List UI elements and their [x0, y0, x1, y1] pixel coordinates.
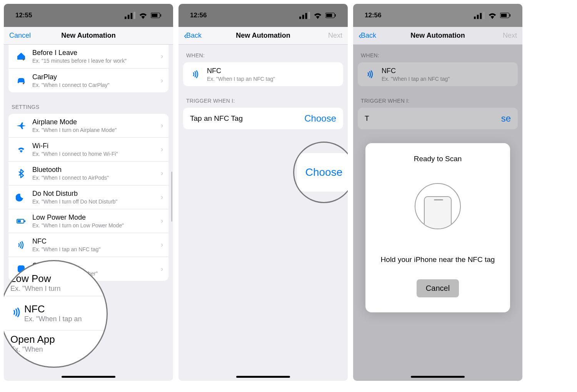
svg-rect-27 [510, 14, 510, 17]
status-bar: 12:55 [4, 4, 173, 27]
mag-nfc-title: NFC [24, 303, 82, 315]
svg-rect-13 [18, 265, 25, 272]
bluetooth-icon [14, 168, 28, 179]
row-title: NFC [32, 237, 161, 245]
chevron-right-icon: › [161, 52, 163, 60]
section-header-settings: SETTINGS [4, 92, 173, 114]
row-open-app[interactable]: Open App Ex. "When I open Weather" › [8, 257, 168, 281]
car-icon [14, 75, 28, 86]
status-time: 12:56 [365, 12, 381, 19]
choose-button[interactable]: Choose [304, 113, 336, 124]
airplane-icon [14, 120, 28, 131]
row-low-power-mode[interactable]: Low Power Mode Ex. "When I turn on Low P… [8, 209, 168, 233]
back-button[interactable]: ‹Back [359, 30, 376, 41]
scan-message: Hold your iPhone near the NFC tag [381, 255, 495, 264]
svg-rect-6 [160, 14, 161, 17]
next-button[interactable]: Next [328, 32, 342, 40]
row-bluetooth[interactable]: Bluetooth Ex. "When I connect to AirPods… [8, 162, 168, 185]
nfc-icon [363, 69, 378, 80]
nfc-icon [188, 69, 203, 80]
mag-open-sub: Ex. "When [10, 345, 103, 354]
row-sub: Ex. "When I tap an NFC tag" [207, 76, 338, 82]
section-trigger: TRIGGER WHEN I: [178, 86, 348, 108]
chevron-right-icon: › [161, 265, 163, 273]
svg-rect-11 [24, 220, 25, 222]
row-sub: Ex. "15 minutes before I leave for work" [32, 58, 161, 64]
row-sub: Ex. "When I turn off Do Not Disturb" [32, 199, 161, 205]
status-icons [474, 10, 511, 21]
tap-nfc-row: T se [358, 108, 518, 129]
svg-rect-3 [133, 12, 135, 19]
svg-rect-17 [308, 12, 310, 19]
mag-nfc-sub: Ex. "When I tap an [24, 315, 82, 323]
scan-graphic [415, 183, 461, 229]
group-top: Before I Leave Ex. "15 minutes before I … [8, 45, 168, 92]
status-time: 12:55 [15, 12, 32, 19]
app-icon [14, 264, 28, 274]
cancel-button[interactable]: Cancel [9, 32, 31, 40]
chevron-right-icon: › [161, 193, 163, 201]
row-title: Low Power Mode [32, 214, 161, 222]
svg-rect-5 [152, 14, 157, 17]
row-nfc[interactable]: NFC Ex. "When I tap an NFC tag" [183, 62, 343, 86]
chevron-right-icon: › [161, 217, 163, 225]
row-title: Airplane Mode [32, 118, 161, 126]
svg-rect-24 [483, 12, 485, 19]
next-button[interactable]: Next [503, 32, 517, 40]
svg-rect-20 [335, 14, 336, 17]
row-airplane-mode[interactable]: Airplane Mode Ex. "When I turn on Airpla… [8, 114, 168, 138]
row-title: CarPlay [32, 73, 161, 81]
when-card: NFC Ex. "When I tap an NFC tag" [358, 62, 518, 86]
row-nfc[interactable]: NFC Ex. "When I tap an NFC tag" › [8, 233, 168, 257]
svg-rect-19 [326, 14, 332, 17]
when-card: NFC Ex. "When I tap an NFC tag" [183, 62, 343, 86]
section-trigger: TRIGGER WHEN I: [353, 86, 522, 108]
wifi-status-icon [138, 10, 148, 21]
scrollbar[interactable] [171, 172, 172, 222]
wifi-icon [14, 144, 28, 155]
screen-3: 12:56 ‹Back New Automation Next WHEN: NF… [353, 4, 522, 381]
chevron-right-icon: › [161, 241, 163, 249]
row-sub: Ex. "When I open Weather" [32, 270, 161, 277]
phone-outline-icon [424, 196, 452, 229]
signal-icon [474, 10, 485, 21]
row-carplay[interactable]: CarPlay Ex. "When I connect to CarPlay" … [8, 68, 168, 92]
scan-cancel-button[interactable]: Cancel [417, 279, 459, 297]
row-nfc: NFC Ex. "When I tap an NFC tag" [358, 62, 518, 86]
nav-title: New Automation [353, 32, 522, 40]
signal-icon [125, 10, 135, 21]
svg-rect-15 [302, 15, 304, 19]
signal-icon [299, 10, 310, 21]
row-title: Before I Leave [32, 49, 161, 57]
status-icons [299, 10, 336, 21]
chevron-right-icon: › [161, 77, 163, 85]
home-indicator[interactable] [411, 376, 465, 378]
tap-nfc-row[interactable]: Tap an NFC Tag Choose [183, 108, 343, 129]
wifi-status-icon [312, 10, 323, 21]
row-sub: Ex. "When I connect to AirPods" [32, 175, 161, 181]
chevron-right-icon: › [161, 169, 163, 177]
row-sub: Ex. "When I tap an NFC tag" [32, 246, 161, 252]
svg-rect-21 [474, 17, 476, 19]
back-button[interactable]: ‹Back [184, 30, 202, 41]
row-sub: Ex. "When I turn on Low Power Mode" [32, 222, 161, 229]
row-before-i-leave[interactable]: Before I Leave Ex. "15 minutes before I … [8, 45, 168, 68]
svg-rect-8 [23, 58, 24, 60]
home-indicator[interactable] [62, 376, 115, 378]
svg-rect-2 [131, 13, 133, 19]
section-when: WHEN: [353, 45, 522, 62]
battery-icon [325, 10, 336, 21]
battery-icon [14, 216, 28, 227]
row-do-not-disturb[interactable]: Do Not Disturb Ex. "When I turn off Do N… [8, 185, 168, 209]
row-title: Do Not Disturb [32, 190, 161, 198]
svg-rect-12 [18, 220, 21, 222]
svg-rect-14 [299, 17, 301, 19]
mag-choose-text: Choose [297, 153, 348, 192]
row-wifi[interactable]: Wi-Fi Ex. "When I connect to home Wi-Fi"… [8, 138, 168, 162]
screen-2: 12:56 ‹Back New Automation Next WHEN: NF… [178, 4, 348, 381]
row-sub: Ex. "When I connect to CarPlay" [32, 82, 161, 88]
svg-rect-1 [128, 15, 130, 19]
content[interactable]: Before I Leave Ex. "15 minutes before I … [4, 45, 173, 381]
home-indicator[interactable] [236, 376, 290, 378]
chevron-right-icon: › [161, 145, 163, 153]
